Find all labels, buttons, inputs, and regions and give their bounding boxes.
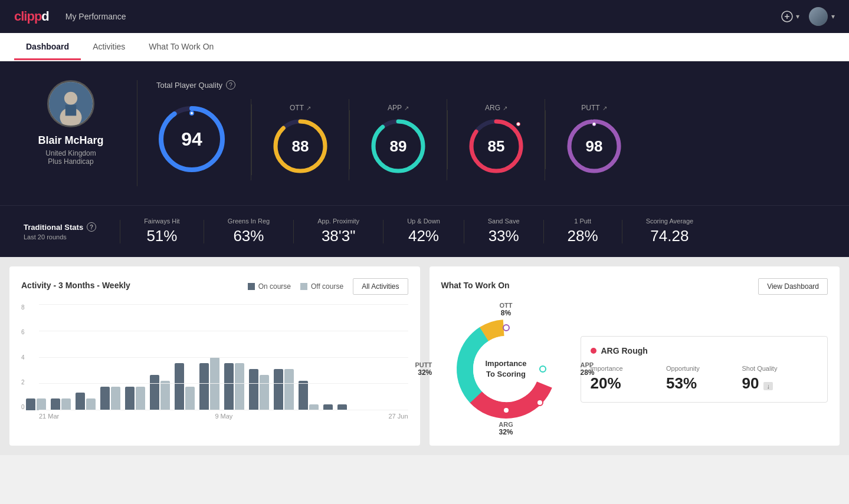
stat-greens: Greens In Reg 63% [228, 218, 270, 245]
gauge-arg-circle: 85 [467, 117, 526, 176]
metric-opportunity: Opportunity 53% [666, 365, 742, 393]
x-axis: 21 Mar 9 May 27 Jun [21, 413, 408, 420]
metric-shotquality-row: 90 ↓ [742, 374, 818, 393]
player-avatar [47, 80, 94, 127]
svg-point-25 [503, 407, 509, 413]
app-arrow-icon: ↗ [404, 105, 409, 111]
trad-title-text: Traditional Stats [24, 223, 83, 232]
stat-updown: Up & Down 42% [407, 218, 440, 245]
bar-dark [51, 398, 60, 410]
donut-wrapper: ImportanceTo Scoring OTT 8% APP 28% ARG … [441, 304, 571, 434]
chart-controls: On course Off course All Activities [248, 278, 408, 295]
bar-group [51, 398, 71, 410]
shotquality-badge: ↓ [763, 382, 773, 390]
bar-dark [337, 404, 347, 410]
avatar-img [809, 7, 828, 26]
trad-divider-3 [383, 220, 383, 243]
putt-score: 98 [586, 137, 603, 156]
bar-dark [76, 393, 85, 410]
x-label-may: 9 May [215, 413, 232, 420]
tpq-section: Total Player Quality ? 94 [156, 80, 825, 180]
wtw-metrics: Importance 20% Opportunity 53% Shot Qual… [591, 365, 818, 393]
bar-dark [26, 398, 35, 410]
metric-shotquality-label: Shot Quality [742, 365, 818, 372]
trad-stats-panel: Traditional Stats ? Last 20 rounds Fairw… [0, 205, 849, 257]
ott-arrow-icon: ↗ [306, 105, 311, 111]
header-right: ▾ ▾ [781, 7, 835, 26]
gauges-row: 94 OTT ↗ 88 [156, 99, 825, 180]
gauge-app: APP ↗ 89 [350, 99, 447, 180]
trad-stats-title: Traditional Stats ? [24, 222, 96, 232]
bar-group [224, 363, 244, 410]
bar-group [274, 369, 294, 410]
svg-point-22 [503, 325, 509, 331]
bar-group [323, 404, 333, 410]
avatar [809, 7, 828, 26]
putt-seg-label: PUTT [415, 361, 432, 368]
y-label-0: 0 [21, 404, 25, 410]
app-seg-pct: 28% [580, 368, 594, 377]
bar-group [337, 404, 347, 410]
gauge-app-circle: 89 [369, 117, 428, 176]
add-button[interactable]: ▾ [781, 10, 799, 23]
chart-content: 8 6 4 2 0 [21, 304, 408, 410]
bar-light [160, 381, 170, 410]
metric-importance-value: 20% [591, 374, 667, 393]
tpq-help-icon[interactable]: ? [226, 80, 235, 90]
gauge-app-label: APP ↗ [388, 104, 409, 112]
legend-on-course: On course [248, 282, 291, 291]
add-circle-icon [781, 10, 794, 23]
donut-label-putt: PUTT 32% [415, 361, 432, 377]
trad-divider-2 [293, 220, 294, 243]
legend-off-course-label: Off course [311, 282, 343, 291]
donut-label-arg: ARG 32% [499, 421, 513, 436]
tab-activities[interactable]: Activities [81, 35, 137, 60]
trad-divider-6 [622, 220, 622, 243]
stat-sandsave-label: Sand Save [488, 218, 520, 225]
chart-header: Activity - 3 Months - Weekly On course O… [21, 278, 408, 295]
bar-group [249, 369, 269, 410]
bar-light [136, 387, 145, 410]
donut-label-app: APP 28% [580, 361, 594, 377]
bar-light [210, 357, 219, 410]
arg-seg-label: ARG [499, 421, 513, 428]
stat-scoring: Scoring Average 74.28 [646, 218, 694, 245]
bar-dark [249, 369, 258, 410]
legend-on-course-label: On course [258, 282, 291, 291]
wtw-card-title: ARG Rough [591, 346, 818, 355]
svg-point-4 [64, 92, 77, 105]
legend-off-course: Off course [300, 282, 343, 291]
tpq-label-text: Total Player Quality [156, 81, 222, 90]
gauge-putt: PUTT ↗ 98 [546, 99, 643, 180]
metric-shotquality: Shot Quality 90 ↓ [742, 365, 818, 393]
bar-dark [199, 363, 209, 410]
stat-sandsave-value: 33% [488, 227, 520, 245]
all-activities-button[interactable]: All Activities [353, 278, 408, 295]
tpq-label: Total Player Quality ? [156, 80, 825, 90]
trad-help-icon[interactable]: ? [87, 222, 96, 232]
tab-what-to-work-on[interactable]: What To Work On [137, 35, 225, 60]
donut-svg [441, 304, 571, 434]
bar-group [26, 398, 46, 410]
stat-proximity-label: App. Proximity [317, 218, 359, 225]
bar-group [150, 375, 170, 410]
stat-updown-label: Up & Down [407, 218, 440, 225]
wtw-content: ImportanceTo Scoring OTT 8% APP 28% ARG … [441, 304, 828, 434]
metric-opportunity-label: Opportunity [666, 365, 742, 372]
divider-player [137, 80, 137, 186]
header-title: My Performance [65, 12, 126, 21]
logo-text: clippd [14, 9, 49, 24]
trad-divider-0 [120, 220, 120, 243]
y-axis: 8 6 4 2 0 [21, 304, 25, 410]
app-score: 89 [390, 137, 407, 156]
x-label-mar: 21 Mar [39, 413, 59, 420]
view-dashboard-button[interactable]: View Dashboard [758, 278, 828, 295]
avatar-button[interactable]: ▾ [809, 7, 835, 26]
svg-point-24 [540, 366, 546, 372]
logo[interactable]: clippd [14, 9, 49, 24]
wtw-card-name: ARG Rough [601, 346, 648, 355]
tab-dashboard[interactable]: Dashboard [14, 35, 81, 60]
metric-shotquality-value: 90 [742, 374, 759, 393]
gauge-main: 94 [156, 99, 251, 180]
x-label-jun: 27 Jun [388, 413, 408, 420]
